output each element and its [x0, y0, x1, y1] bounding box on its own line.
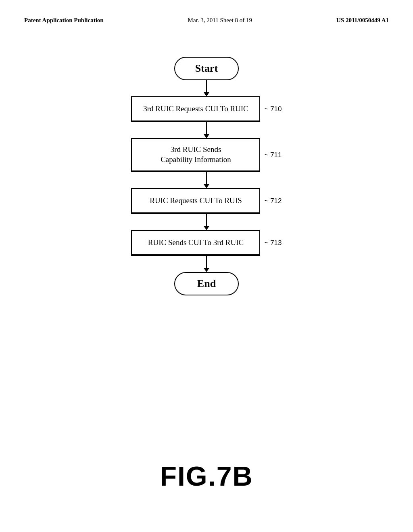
step-711-ref: ~ 711 [264, 151, 282, 159]
arrow-head-2 [204, 134, 209, 138]
arrow-line-2 [206, 122, 207, 134]
step-713-box: RUIC Sends CUI To 3rd RUIC [131, 230, 260, 256]
arrow-3 [204, 172, 209, 188]
arrow-head-3 [204, 184, 209, 188]
header-left: Patent Application Publication [24, 16, 104, 25]
step-710-label: 3rd RUIC Requests CUI To RUIC [143, 104, 248, 114]
step-711-label: 3rd RUIC SendsCapability Information [161, 145, 231, 164]
step-713-ref: ~ 713 [264, 239, 282, 247]
arrow-line-5 [206, 256, 207, 268]
publication-title: Patent Application Publication [24, 17, 104, 23]
diagram-container: Start 3rd RUIC Requests CUI To RUIC ~ 71… [0, 33, 413, 295]
arrow-line [206, 80, 207, 92]
flowchart: Start 3rd RUIC Requests CUI To RUIC ~ 71… [131, 57, 282, 295]
end-oval: End [174, 272, 239, 295]
arrow-line-4 [206, 214, 207, 226]
step-713-wrapper: RUIC Sends CUI To 3rd RUIC ~ 713 [131, 230, 282, 256]
step-711-box: 3rd RUIC SendsCapability Information [131, 138, 260, 172]
step-710-ref: ~ 710 [264, 105, 282, 113]
start-label: Start [195, 62, 218, 75]
arrow-4 [204, 214, 209, 230]
patent-number: US 2011/0050449 A1 [336, 17, 389, 23]
step-711-wrapper: 3rd RUIC SendsCapability Information ~ 7… [131, 138, 282, 172]
header-center: Mar. 3, 2011 Sheet 8 of 19 [188, 16, 252, 25]
arrow-line-3 [206, 172, 207, 184]
arrow-head-4 [204, 226, 209, 230]
figure-caption-text: FIG.7B [160, 461, 253, 491]
header-right: US 2011/0050449 A1 [336, 16, 389, 25]
arrow-5 [204, 256, 209, 272]
step-713-label: RUIC Sends CUI To 3rd RUIC [148, 238, 244, 248]
step-712-label: RUIC Requests CUI To RUIS [150, 196, 242, 206]
step-710-wrapper: 3rd RUIC Requests CUI To RUIC ~ 710 [131, 96, 282, 122]
arrow-1 [204, 80, 209, 96]
figure-caption: FIG.7B [0, 460, 413, 492]
end-label: End [197, 278, 216, 290]
date-sheet: Mar. 3, 2011 Sheet 8 of 19 [188, 17, 252, 23]
page-header: Patent Application Publication Mar. 3, 2… [0, 0, 413, 33]
step-712-wrapper: RUIC Requests CUI To RUIS ~ 712 [131, 188, 282, 214]
step-712-box: RUIC Requests CUI To RUIS [131, 188, 260, 214]
arrow-2 [204, 122, 209, 138]
step-710-box: 3rd RUIC Requests CUI To RUIC [131, 96, 260, 122]
step-712-ref: ~ 712 [264, 197, 282, 205]
start-oval: Start [174, 57, 239, 80]
arrow-head-5 [204, 268, 209, 272]
arrow-head [204, 92, 209, 96]
